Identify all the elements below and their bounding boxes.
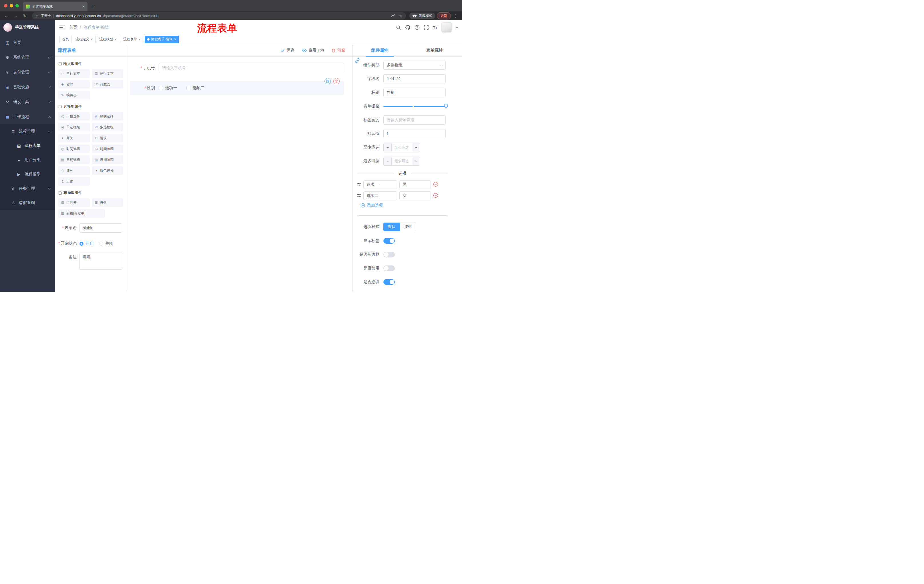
palette-item-cascader[interactable]: ⋔级联选择	[92, 112, 124, 120]
palette-item-slider[interactable]: ⊝滑块	[92, 134, 124, 142]
remove-option-icon[interactable]	[433, 182, 438, 188]
security-label[interactable]: 不安全	[41, 13, 51, 18]
clear-button[interactable]: 清空	[332, 48, 345, 53]
breadcrumb-home[interactable]: 首页	[69, 25, 77, 30]
show-label-switch[interactable]	[383, 238, 395, 244]
minus-icon[interactable]: −	[384, 143, 392, 152]
sidebar-item-devtools[interactable]: ⚒ 研发工具	[0, 95, 55, 109]
close-icon[interactable]: ×	[139, 38, 141, 41]
minimize-window-button[interactable]	[10, 4, 13, 7]
key-icon[interactable]	[391, 13, 395, 18]
tag-process-form-edit[interactable]: 流程表单-编辑 ×	[145, 36, 179, 43]
github-icon[interactable]	[405, 25, 410, 30]
palette-item-color-picker[interactable]: ◑颜色选择	[92, 166, 124, 175]
remark-textarea[interactable]: 嘿嘿	[79, 253, 122, 270]
option-value-input[interactable]	[399, 191, 431, 200]
close-icon[interactable]: ×	[91, 38, 93, 41]
style-default-button[interactable]: 默认	[383, 222, 400, 231]
address-bar[interactable]: ⚠ 不安全 dashboard.yudao.iocoder.cn/bpm/man…	[32, 12, 406, 20]
palette-item-rate[interactable]: ☆评分	[58, 166, 90, 175]
new-tab-button[interactable]: +	[91, 3, 95, 9]
help-icon[interactable]: ?	[414, 25, 420, 30]
tab-component-props[interactable]: 组件属性	[353, 44, 408, 56]
option-value-input[interactable]	[399, 180, 431, 189]
sidebar-item-home[interactable]: ◫ 首页	[0, 35, 55, 50]
status-radio-on[interactable]: 开启	[79, 241, 94, 246]
palette-item-time-picker[interactable]: ◷时间选择	[58, 145, 90, 153]
disabled-switch[interactable]	[383, 265, 395, 271]
form-name-input[interactable]	[79, 224, 122, 233]
palette-item-upload[interactable]: ↥上传	[58, 177, 90, 186]
canvas-field-gender[interactable]: 性别 选项一 选项二	[130, 81, 344, 95]
max-select-input[interactable]	[392, 157, 412, 165]
sidebar-item-task-mgmt[interactable]: ⋔ 任务管理	[0, 181, 55, 196]
save-button[interactable]: 保存	[280, 48, 294, 53]
tag-home[interactable]: 首页	[59, 36, 71, 43]
palette-item-select[interactable]: ◎下拉选择	[58, 112, 90, 120]
search-icon[interactable]	[396, 25, 401, 30]
gender-option-2[interactable]: 选项二	[186, 86, 205, 90]
browser-menu-icon[interactable]: ⋮	[452, 13, 459, 18]
palette-item-single-text[interactable]: ▭单行文本	[58, 69, 90, 78]
plus-icon[interactable]: +	[412, 157, 420, 165]
maximize-window-button[interactable]	[15, 4, 19, 7]
required-switch[interactable]	[383, 279, 395, 285]
component-type-select[interactable]: 多选框组	[383, 61, 446, 70]
grid-slider[interactable]	[383, 106, 446, 107]
close-window-button[interactable]	[4, 4, 7, 7]
update-button[interactable]: 更新	[437, 12, 451, 20]
min-select-input[interactable]	[392, 143, 412, 152]
palette-item-multi-text[interactable]: ▤多行文本	[92, 69, 124, 78]
option-label-input[interactable]	[363, 180, 397, 189]
palette-item-table[interactable]: ▦表格[开发中]	[58, 209, 105, 218]
border-switch[interactable]	[383, 252, 395, 257]
remove-option-icon[interactable]	[433, 193, 438, 199]
label-width-input[interactable]	[383, 115, 446, 125]
copy-icon[interactable]	[325, 78, 331, 84]
title-input[interactable]	[383, 88, 446, 97]
default-value-input[interactable]	[383, 129, 446, 138]
avatar-dropdown-icon[interactable]	[456, 25, 459, 28]
reload-icon[interactable]: ↻	[21, 13, 29, 18]
tab-form-props[interactable]: 表单属性	[408, 44, 462, 56]
back-icon[interactable]: ←	[3, 13, 10, 18]
canvas-field-phone[interactable]: 手机号	[130, 63, 344, 73]
status-radio-off[interactable]: 关闭	[99, 241, 113, 246]
sidebar-item-process-form[interactable]: ▤ 流程表单	[0, 138, 55, 153]
sidebar-item-system[interactable]: ⚙ 系统管理	[0, 50, 55, 65]
avatar[interactable]	[441, 22, 452, 33]
minus-icon[interactable]: −	[384, 157, 392, 165]
field-name-input[interactable]	[383, 74, 446, 84]
phone-input[interactable]	[159, 63, 344, 73]
gender-option-1[interactable]: 选项一	[159, 86, 177, 90]
link-icon[interactable]	[355, 58, 360, 64]
collapse-sidebar-icon[interactable]	[55, 25, 69, 30]
forward-icon[interactable]: →	[12, 13, 20, 18]
sidebar-item-workflow[interactable]: ▦ 工作流程	[0, 109, 55, 124]
sidebar-item-user-group[interactable]: ◒ 用户分组	[0, 153, 55, 167]
palette-item-radio-group[interactable]: ◉单选框组	[58, 123, 90, 132]
style-button-button[interactable]: 按钮	[400, 222, 416, 231]
sidebar-item-process-model[interactable]: ▶ 流程模型	[0, 167, 55, 181]
sidebar-item-process-mgmt[interactable]: ≣ 流程管理	[0, 124, 55, 138]
delete-icon[interactable]	[333, 78, 340, 84]
palette-item-button[interactable]: ▣按钮	[92, 198, 124, 207]
palette-item-checkbox-group[interactable]: ☑多选框组	[92, 123, 124, 132]
bookmark-star-icon[interactable]: ☆	[399, 14, 403, 18]
plus-icon[interactable]: +	[412, 143, 420, 152]
palette-item-date-range[interactable]: ▧日期范围	[92, 155, 124, 164]
tag-process-definition[interactable]: 流程定义 ×	[73, 36, 96, 43]
sidebar-item-infra[interactable]: ▣ 基础设施	[0, 80, 55, 95]
palette-item-password[interactable]: ◈密码	[58, 80, 90, 89]
browser-tab[interactable]: 芋道管理系统 ×	[23, 2, 87, 12]
palette-item-date-picker[interactable]: ▦日期选择	[58, 155, 90, 164]
sidebar-item-payment[interactable]: ¥ 支付管理	[0, 65, 55, 80]
palette-item-counter[interactable]: 123计数器	[92, 80, 124, 89]
tag-process-form[interactable]: 流程表单 ×	[120, 36, 143, 43]
palette-item-switch[interactable]: ◐开关	[58, 134, 90, 142]
fullscreen-icon[interactable]	[424, 25, 429, 30]
tag-process-model[interactable]: 流程模型 ×	[97, 36, 119, 43]
palette-item-time-range[interactable]: ◶时间范围	[92, 145, 124, 153]
option-label-input[interactable]	[363, 191, 397, 200]
close-icon[interactable]: ×	[115, 38, 117, 41]
